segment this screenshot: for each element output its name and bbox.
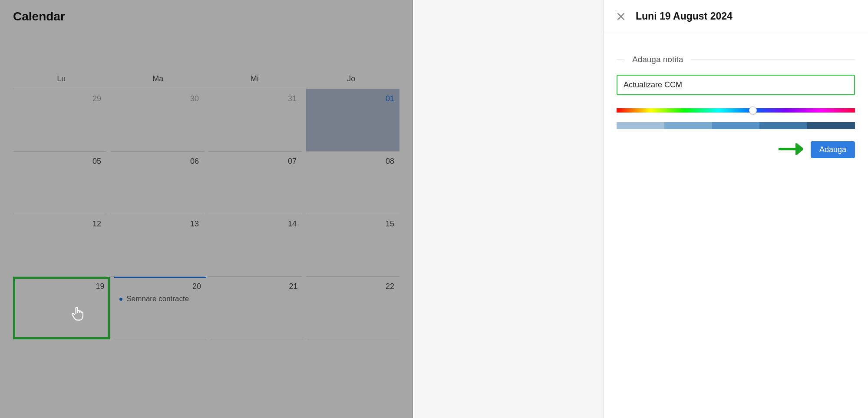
shade-swatch[interactable] bbox=[664, 122, 712, 129]
day-number: 07 bbox=[208, 157, 302, 166]
day-cell[interactable]: 14 bbox=[208, 214, 302, 277]
day-cell[interactable]: 13 bbox=[111, 214, 204, 277]
calendar-main: Calendar Lu Ma Mi Jo 29 30 31 01 05 06 0… bbox=[0, 0, 413, 418]
day-cell[interactable]: 12 bbox=[13, 214, 106, 277]
panel-header: Luni 19 August 2024 bbox=[604, 0, 868, 32]
day-number: 05 bbox=[13, 157, 106, 166]
day-header-thu: Jo bbox=[303, 33, 400, 89]
color-shade-picker[interactable] bbox=[617, 122, 855, 129]
day-number: 14 bbox=[208, 219, 302, 229]
day-cell[interactable]: 20 Semnare contracte bbox=[114, 277, 207, 339]
day-cell[interactable]: 21 bbox=[211, 277, 303, 339]
day-cell[interactable]: 05 bbox=[13, 152, 106, 214]
week-row: 19 20 Semnare contracte 21 22 bbox=[13, 277, 399, 339]
day-number: 29 bbox=[13, 94, 106, 103]
day-headers-row: Lu Ma Mi Jo bbox=[13, 33, 399, 89]
panel-actions: Adauga bbox=[617, 141, 855, 158]
divider-line bbox=[691, 60, 855, 60]
close-icon[interactable] bbox=[617, 12, 625, 21]
slider-thumb[interactable] bbox=[749, 106, 757, 114]
day-cell[interactable]: 31 bbox=[208, 89, 302, 152]
day-number: 19 bbox=[15, 282, 108, 291]
panel-body: Adauga notita Adauga bbox=[604, 32, 868, 158]
shade-swatch[interactable] bbox=[807, 122, 855, 129]
shade-swatch[interactable] bbox=[617, 122, 664, 129]
day-cell[interactable]: 07 bbox=[208, 152, 302, 214]
day-number: 13 bbox=[111, 219, 204, 229]
event-dot-icon bbox=[119, 298, 122, 301]
day-header-wed: Mi bbox=[206, 33, 303, 89]
day-cell[interactable]: 22 bbox=[307, 277, 400, 339]
color-hue-slider[interactable] bbox=[617, 108, 855, 113]
section-divider: Adauga notita bbox=[617, 55, 855, 64]
day-cell[interactable]: 06 bbox=[111, 152, 204, 214]
event-label: Semnare contracte bbox=[127, 295, 189, 303]
day-number: 20 bbox=[114, 282, 207, 291]
day-header-tue: Ma bbox=[110, 33, 207, 89]
day-number: 30 bbox=[111, 94, 204, 103]
day-cell[interactable]: 08 bbox=[306, 152, 399, 214]
page-title: Calendar bbox=[0, 0, 413, 33]
day-number: 31 bbox=[208, 94, 302, 103]
day-number: 01 bbox=[306, 94, 399, 103]
day-header-mon: Lu bbox=[13, 33, 110, 89]
day-cell-selected[interactable]: 01 bbox=[306, 89, 399, 152]
day-number: 21 bbox=[211, 282, 303, 291]
shade-swatch[interactable] bbox=[712, 122, 760, 129]
panel-date-title: Luni 19 August 2024 bbox=[636, 10, 733, 22]
section-label-text: Adauga notita bbox=[632, 55, 683, 64]
arrow-right-icon bbox=[778, 143, 803, 156]
panel-divider bbox=[413, 0, 414, 418]
day-number: 12 bbox=[13, 219, 106, 229]
pointer-cursor-icon bbox=[71, 306, 86, 324]
week-row: 05 06 07 08 bbox=[13, 152, 399, 214]
event-indicator-bar bbox=[114, 277, 207, 278]
day-number: 22 bbox=[307, 282, 400, 291]
week-row: 29 30 31 01 bbox=[13, 89, 399, 152]
week-row: 12 13 14 15 bbox=[13, 214, 399, 277]
day-cell[interactable]: 30 bbox=[111, 89, 204, 152]
note-title-input[interactable] bbox=[617, 75, 855, 95]
day-cell-highlighted[interactable]: 19 bbox=[13, 277, 110, 339]
add-button[interactable]: Adauga bbox=[811, 141, 855, 158]
day-number: 06 bbox=[111, 157, 204, 166]
divider-line bbox=[617, 60, 624, 60]
day-cell[interactable]: 29 bbox=[13, 89, 106, 152]
day-number: 08 bbox=[306, 157, 399, 166]
add-note-panel: Luni 19 August 2024 Adauga notita Adauga bbox=[603, 0, 868, 418]
day-number: 15 bbox=[306, 219, 399, 229]
calendar-grid: Lu Ma Mi Jo 29 30 31 01 05 06 07 08 12 1… bbox=[0, 33, 413, 339]
day-cell[interactable]: 15 bbox=[306, 214, 399, 277]
calendar-event[interactable]: Semnare contracte bbox=[114, 295, 207, 303]
shade-swatch[interactable] bbox=[759, 122, 807, 129]
